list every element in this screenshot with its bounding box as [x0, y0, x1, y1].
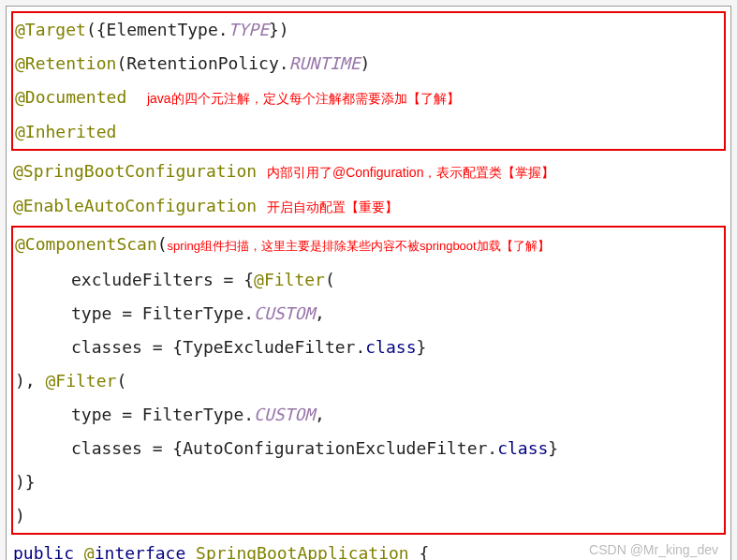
- val-custom: CUSTOM: [254, 405, 315, 424]
- line-enableautoconfiguration: @EnableAutoConfiguration 开启自动配置【重要】: [13, 189, 728, 224]
- line-excludefilters: excludeFilters = {@Filter(: [15, 263, 720, 297]
- kw-class: class: [365, 337, 416, 357]
- class-elementtype: ElementType: [107, 20, 218, 39]
- unboxed-lines: @SpringBootConfiguration 内部引用了@Configura…: [9, 155, 728, 224]
- txt-classes: classes = {AutoConfigurationExcludeFilte…: [71, 438, 497, 458]
- anno-springbootconfiguration: SpringBootConfiguration: [23, 161, 257, 181]
- at-symbol: @: [15, 234, 25, 254]
- kw-public: public: [13, 543, 84, 560]
- at-symbol: @: [84, 543, 95, 560]
- line-classes2: classes = {AutoConfigurationExcludeFilte…: [15, 432, 720, 465]
- at-symbol: @: [254, 270, 264, 289]
- anno-retention: Retention: [25, 53, 117, 73]
- at-symbol: @: [15, 53, 25, 73]
- anno-enableautoconfiguration: EnableAutoConfiguration: [23, 196, 257, 215]
- close: }): [269, 20, 289, 39]
- line-type2: type = FilterType.CUSTOM,: [15, 398, 720, 432]
- name-springbootapplication: SpringBootApplication: [196, 543, 409, 560]
- dot: .: [279, 53, 289, 73]
- space: [409, 543, 420, 560]
- line-target: @Target({ElementType.TYPE}): [15, 13, 720, 47]
- anno-target: Target: [25, 20, 86, 39]
- anno-filter: Filter: [264, 270, 325, 289]
- line-inherited: @Inherited: [15, 115, 720, 149]
- txt-excludefilters: excludeFilters = {: [71, 270, 254, 289]
- comma: ,: [315, 405, 325, 424]
- txt-type: type = FilterType.: [71, 303, 254, 323]
- code-panel: @Target({ElementType.TYPE}) @Retention(R…: [6, 6, 731, 560]
- close: }: [416, 337, 426, 357]
- code-body: @Target({ElementType.TYPE}) @Retention(R…: [9, 11, 728, 560]
- val-custom: CUSTOM: [254, 303, 315, 323]
- at-symbol: @: [13, 161, 23, 181]
- at-symbol: @: [13, 196, 23, 215]
- line-retention: @Retention(RetentionPolicy.RUNTIME): [15, 47, 720, 81]
- line-documented: @Documented java的四个元注解，定义每个注解都需要添加【了解】: [15, 81, 720, 115]
- brace: {: [420, 543, 430, 560]
- close: }: [548, 438, 558, 458]
- annotation-box-componentscan: @ComponentScan(spring组件扫描，这里主要是排除某些内容不被s…: [11, 226, 726, 535]
- at-symbol: @: [15, 20, 25, 39]
- txt-closeparen: ),: [15, 371, 46, 391]
- anno-documented: Documented: [25, 87, 126, 107]
- note-eac: 开启自动配置【重要】: [267, 199, 398, 214]
- open: (: [116, 53, 126, 73]
- class-retentionpolicy: RetentionPolicy: [126, 53, 279, 73]
- line-springbootconfiguration: @SpringBootConfiguration 内部引用了@Configura…: [13, 155, 728, 189]
- anno-inherited: Inherited: [25, 122, 117, 141]
- line-componentscan: @ComponentScan(spring组件扫描，这里主要是排除某些内容不被s…: [15, 228, 720, 263]
- note-componentscan: spring组件扫描，这里主要是排除某些内容不被springboot加载【了解】: [168, 239, 550, 253]
- open: (: [116, 371, 126, 391]
- at-symbol: @: [15, 122, 25, 141]
- txt-type: type = FilterType.: [71, 405, 254, 424]
- at-symbol: @: [15, 87, 25, 107]
- line-classes1: classes = {TypeExcludeFilter.class}: [15, 331, 720, 364]
- val-runtime: RUNTIME: [289, 53, 361, 73]
- close: ): [361, 53, 371, 73]
- comma: ,: [315, 303, 325, 323]
- line-filter2: ), @Filter(: [15, 364, 720, 398]
- open: ({: [86, 20, 107, 39]
- anno-filter: Filter: [55, 371, 116, 391]
- line-interface-decl: public @interface SpringBootApplication …: [13, 537, 728, 560]
- dot: .: [218, 20, 228, 39]
- line-closecomponentscan: ): [15, 499, 720, 533]
- note-meta-anno: java的四个元注解，定义每个注解都需要添加【了解】: [147, 91, 460, 106]
- val-type: TYPE: [228, 20, 269, 39]
- line-type1: type = FilterType.CUSTOM,: [15, 297, 720, 331]
- line-closefilters: )}: [15, 465, 720, 499]
- at-symbol: @: [46, 371, 56, 391]
- footer-line-wrap: public @interface SpringBootApplication …: [9, 537, 728, 560]
- note-sbc: 内部引用了@Configuration，表示配置类【掌握】: [267, 165, 555, 180]
- kw-interface: interface: [95, 543, 196, 560]
- kw-class: class: [497, 438, 548, 458]
- txt-classes: classes = {TypeExcludeFilter.: [71, 337, 365, 357]
- open: (: [157, 234, 168, 254]
- txt: )}: [15, 472, 36, 492]
- open: (: [325, 270, 335, 289]
- txt: ): [15, 506, 25, 525]
- anno-componentscan: ComponentScan: [25, 234, 157, 254]
- annotation-box-meta: @Target({ElementType.TYPE}) @Retention(R…: [11, 11, 726, 151]
